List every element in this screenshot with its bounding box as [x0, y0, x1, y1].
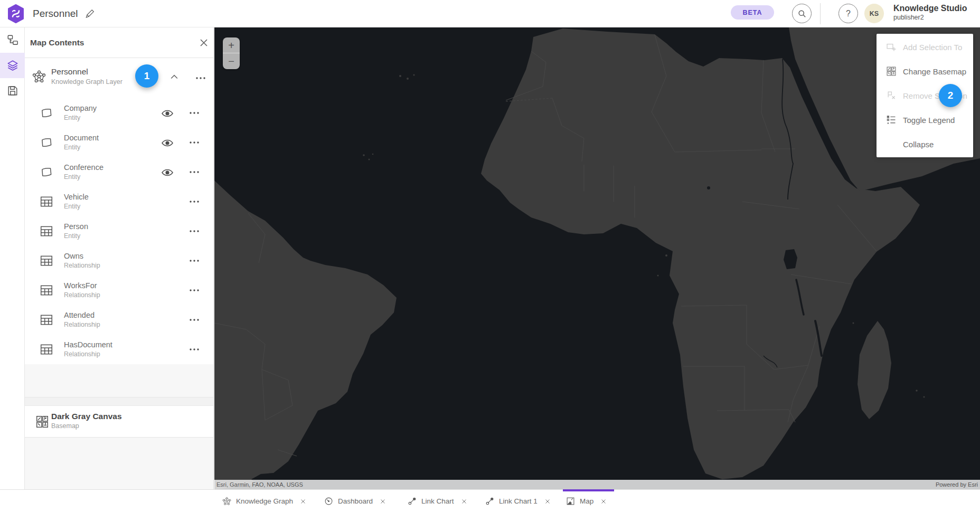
- layer-type: Entity: [64, 143, 99, 152]
- layer-type: Entity: [64, 173, 103, 182]
- layer-options-button[interactable]: [188, 343, 201, 356]
- user-avatar[interactable]: KS: [864, 4, 884, 23]
- layer-options-button[interactable]: [188, 107, 201, 119]
- context-menu-item[interactable]: Remove Selection 2: [877, 83, 973, 108]
- layer-row[interactable]: Person Entity: [25, 216, 213, 246]
- map-options-context-menu: Add Selection To Change Basemap Remove S…: [877, 34, 973, 157]
- question-mark-icon: ?: [846, 9, 851, 18]
- layer-name: WorksFor: [64, 280, 100, 291]
- context-menu-item[interactable]: Toggle Legend: [877, 108, 973, 132]
- tab-icon: [566, 497, 575, 506]
- tab-icon: [485, 497, 494, 506]
- layer-row[interactable]: WorksFor Relationship: [25, 276, 213, 305]
- layer-options-button[interactable]: [188, 314, 201, 326]
- layer-row[interactable]: HasDocument Relationship: [25, 335, 213, 364]
- layer-group-options-button[interactable]: [194, 72, 207, 84]
- map-zoom-control: + −: [223, 37, 240, 69]
- tab-close-icon[interactable]: [600, 498, 607, 505]
- left-toolbar: [0, 27, 25, 512]
- map-attribution: Esri, Garmin, FAO, NOAA, USGS Powered by…: [214, 480, 980, 489]
- layer-name: Company: [64, 103, 97, 113]
- layer-name: Person: [64, 221, 88, 232]
- view-tab[interactable]: Dashboard: [321, 490, 389, 512]
- tab-close-icon[interactable]: [380, 498, 386, 505]
- layer-row[interactable]: Attended Relationship: [25, 305, 213, 335]
- tab-icon: [222, 497, 231, 506]
- edit-title-pencil-icon[interactable]: [84, 8, 95, 19]
- step-badge-1: 1: [135, 64, 158, 88]
- toolbar-item-icon: [7, 60, 18, 71]
- layer-type: Entity: [64, 202, 89, 211]
- step-badge-2: 2: [939, 84, 962, 107]
- workspace-name: Knowledge Studio: [893, 3, 967, 14]
- collapse-group-chevron-icon[interactable]: [169, 72, 180, 82]
- layer-row[interactable]: Conference Entity: [25, 157, 213, 187]
- view-tab[interactable]: Knowledge Graph: [219, 490, 309, 512]
- layer-name: Document: [64, 132, 99, 143]
- tab-label: Link Chart 1: [499, 497, 538, 505]
- visibility-eye-icon[interactable]: [161, 107, 174, 120]
- toolbar-item[interactable]: [0, 53, 25, 78]
- layer-row[interactable]: Company Entity: [25, 98, 213, 128]
- map-canvas[interactable]: + − Esri, Garmin, FAO, NOAA, USGS Powere…: [214, 27, 980, 489]
- toolbar-item[interactable]: [0, 27, 25, 53]
- layer-type-icon: [40, 313, 53, 327]
- powered-by-esri: Powered by Esri: [936, 480, 978, 489]
- view-tab[interactable]: Link Chart 1: [482, 490, 554, 512]
- layer-options-button[interactable]: [188, 225, 201, 238]
- zoom-out-button[interactable]: −: [223, 53, 240, 69]
- search-button[interactable]: [792, 4, 812, 23]
- layer-options-button[interactable]: [188, 254, 201, 267]
- layer-group-name: Personnel: [51, 67, 123, 77]
- menu-item-label: Toggle Legend: [903, 116, 955, 125]
- layer-options-button[interactable]: [188, 166, 201, 178]
- layer-name: Conference: [64, 162, 103, 173]
- panel-title: Map Contents: [30, 27, 84, 58]
- layer-group-type: Knowledge Graph Layer: [51, 77, 123, 87]
- toolbar-item-icon: [7, 34, 18, 46]
- menu-item-label: Add Selection To: [903, 43, 962, 52]
- basemap-graphic: [214, 27, 980, 489]
- basemap-name: Dark Gray Canvas: [51, 411, 122, 422]
- view-tab[interactable]: Map: [563, 490, 610, 512]
- view-tab[interactable]: Link Chart: [404, 490, 470, 512]
- context-menu-item[interactable]: Add Selection To: [877, 35, 973, 59]
- search-icon: [797, 8, 807, 19]
- help-button[interactable]: ?: [838, 4, 858, 23]
- context-menu-item[interactable]: Collapse: [877, 132, 973, 156]
- visibility-eye-icon[interactable]: [161, 166, 174, 179]
- layer-row[interactable]: Owns Relationship: [25, 246, 213, 276]
- layer-type: Entity: [64, 232, 88, 241]
- layer-type-icon: [40, 165, 53, 179]
- layer-row[interactable]: Document Entity: [25, 128, 213, 157]
- visibility-eye-icon[interactable]: [161, 137, 174, 149]
- close-panel-icon[interactable]: [197, 36, 210, 49]
- account-info[interactable]: Knowledge Studio publisher2: [893, 3, 967, 22]
- menu-item-icon: [886, 115, 897, 125]
- knowledge-studio-logo-icon[interactable]: [7, 4, 24, 23]
- panel-header: Map Contents: [25, 27, 213, 58]
- basemap-row[interactable]: Dark Gray Canvas Basemap: [25, 406, 213, 438]
- layer-type-icon: [40, 136, 53, 149]
- layer-name: Vehicle: [64, 192, 89, 202]
- knowledge-studio-app: + − Esri, Garmin, FAO, NOAA, USGS Powere…: [0, 0, 980, 512]
- layer-options-button[interactable]: [188, 284, 201, 297]
- toolbar-item[interactable]: [0, 78, 25, 103]
- tab-close-icon[interactable]: [544, 498, 551, 505]
- layer-options-button[interactable]: [188, 136, 201, 149]
- knowledge-graph-layer-row[interactable]: Personnel Knowledge Graph Layer 1: [25, 58, 213, 98]
- toolbar-item-icon: [7, 85, 18, 97]
- tab-label: Map: [580, 497, 593, 505]
- tab-close-icon[interactable]: [461, 498, 467, 505]
- layer-type: Relationship: [64, 320, 100, 329]
- tab-close-icon[interactable]: [300, 498, 306, 505]
- tab-label: Link Chart: [421, 497, 454, 505]
- panel-body: Personnel Knowledge Graph Layer 1 Compan…: [25, 58, 213, 364]
- tab-label: Knowledge Graph: [236, 497, 293, 505]
- zoom-in-button[interactable]: +: [223, 37, 240, 53]
- layer-row[interactable]: Vehicle Entity: [25, 187, 213, 216]
- layer-options-button[interactable]: [188, 195, 201, 208]
- menu-item-label: Collapse: [903, 140, 934, 149]
- context-menu-item[interactable]: Change Basemap: [877, 59, 973, 83]
- layer-type-icon: [40, 343, 53, 356]
